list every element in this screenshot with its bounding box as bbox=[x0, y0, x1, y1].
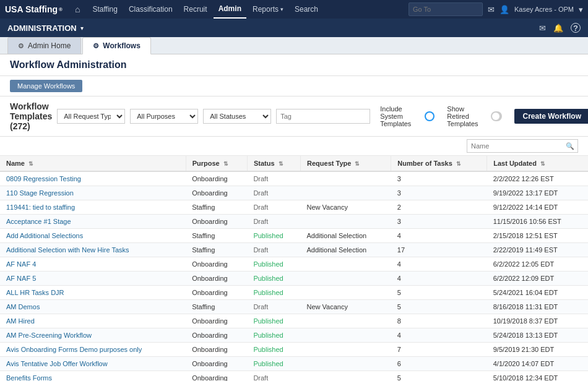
workflow-link[interactable]: 110 Stage Regression bbox=[6, 189, 74, 197]
tab-admin-home[interactable]: ⚙ Admin Home bbox=[7, 37, 81, 54]
workflow-link[interactable]: Benefits Forms bbox=[6, 374, 52, 381]
cell-name[interactable]: AM Demos bbox=[0, 300, 186, 314]
cell-name[interactable]: AF NAF 5 bbox=[0, 272, 186, 286]
cell-status: Draft bbox=[247, 171, 300, 186]
create-workflow-button[interactable]: Create Workflow bbox=[514, 109, 589, 124]
top-navigation: USA Staffing® ⌂ Staffing Classification … bbox=[0, 0, 588, 19]
workflow-link[interactable]: Additional Selection with New Hire Tasks bbox=[6, 246, 129, 254]
cell-name[interactable]: AF NAF 4 bbox=[0, 257, 186, 272]
help-icon[interactable]: ? bbox=[571, 23, 581, 33]
workflow-link[interactable]: ALL HR Tasks DJR bbox=[6, 289, 64, 296]
cell-last-updated: 2/2/2022 12:26 EST bbox=[487, 171, 588, 186]
cell-name[interactable]: AM Hired bbox=[0, 314, 186, 328]
tabs-row: ⚙ Admin Home ⚙ Workflows bbox=[0, 37, 588, 54]
table-row: AF NAF 5 Onboarding Published 4 6/2/2022… bbox=[0, 272, 588, 286]
workflow-link[interactable]: 0809 Regression Testing bbox=[6, 175, 81, 182]
col-purpose[interactable]: Purpose ⇅ bbox=[186, 156, 247, 171]
mail-icon[interactable]: ✉ bbox=[488, 5, 495, 14]
table-row: 119441: tied to staffing Staffing Draft … bbox=[0, 200, 588, 215]
include-system-toggle[interactable] bbox=[425, 111, 435, 121]
nav-recruit[interactable]: Recruit bbox=[179, 0, 212, 19]
cell-status: Published bbox=[247, 343, 300, 357]
col-name[interactable]: Name ⇅ bbox=[0, 156, 186, 171]
cell-request-type: Additional Selection bbox=[301, 243, 391, 257]
cell-purpose: Staffing bbox=[186, 229, 247, 243]
cell-name[interactable]: AM Pre-Screening Workflow bbox=[0, 328, 186, 343]
workflows-tab-icon: ⚙ bbox=[93, 42, 99, 50]
notification-icon[interactable]: 🔔 bbox=[553, 24, 563, 33]
cell-name[interactable]: Add Additional Selections bbox=[0, 229, 186, 243]
workflow-link[interactable]: AM Hired bbox=[6, 317, 35, 325]
workflow-link[interactable]: AM Demos bbox=[6, 303, 40, 310]
cell-name[interactable]: Additional Selection with New Hire Tasks bbox=[0, 243, 186, 257]
home-icon[interactable]: ⌂ bbox=[70, 4, 85, 14]
cell-num-tasks: 5 bbox=[391, 300, 487, 314]
cell-name[interactable]: Acceptance #1 Stage bbox=[0, 215, 186, 229]
table-row: AM Demos Staffing Draft New Vacancy 5 8/… bbox=[0, 300, 588, 314]
cell-request-type bbox=[301, 357, 391, 371]
cell-num-tasks: 2 bbox=[391, 200, 487, 215]
cell-name[interactable]: Benefits Forms bbox=[0, 371, 186, 382]
status-filter[interactable]: All Statuses bbox=[203, 109, 271, 124]
user-name[interactable]: Kasey Acres - OPM bbox=[514, 6, 574, 13]
cell-name[interactable]: Avis Tentative Job Offer Workflow bbox=[0, 357, 186, 371]
workflow-link[interactable]: AF NAF 4 bbox=[6, 260, 36, 268]
cell-num-tasks: 4 bbox=[391, 229, 487, 243]
cell-status: Published bbox=[247, 257, 300, 272]
workflow-link[interactable]: Acceptance #1 Stage bbox=[6, 218, 71, 225]
tab-workflows[interactable]: ⚙ Workflows bbox=[82, 37, 150, 54]
workflow-link[interactable]: AF NAF 5 bbox=[6, 275, 36, 282]
cell-purpose: Onboarding bbox=[186, 357, 247, 371]
manage-workflows-button[interactable]: Manage Workflows bbox=[10, 80, 82, 92]
cell-request-type bbox=[301, 371, 391, 382]
cell-name[interactable]: 110 Stage Regression bbox=[0, 186, 186, 200]
workflow-link[interactable]: AM Pre-Screening Workflow bbox=[6, 332, 92, 339]
include-system-label: Include System Templates bbox=[380, 105, 421, 127]
brand-superscript: ® bbox=[59, 7, 63, 12]
cell-num-tasks: 8 bbox=[391, 314, 487, 328]
table-row: AM Hired Onboarding Published 8 10/19/20… bbox=[0, 314, 588, 328]
nav-admin[interactable]: Admin bbox=[214, 0, 246, 19]
cell-request-type: Additional Selection bbox=[301, 229, 391, 243]
cell-name[interactable]: ALL HR Tasks DJR bbox=[0, 286, 186, 300]
nav-staffing[interactable]: Staffing bbox=[87, 0, 122, 19]
admin-dropdown-arrow[interactable]: ▾ bbox=[80, 25, 84, 32]
cell-num-tasks: 3 bbox=[391, 186, 487, 200]
cell-num-tasks: 4 bbox=[391, 257, 487, 272]
user-dropdown-icon[interactable]: ▾ bbox=[579, 5, 583, 14]
workflow-table: Name ⇅ Purpose ⇅ Status ⇅ Request Type ⇅… bbox=[0, 156, 588, 381]
cell-name[interactable]: 119441: tied to staffing bbox=[0, 200, 186, 215]
admin-home-tab-icon: ⚙ bbox=[18, 42, 24, 50]
request-type-filter[interactable]: All Request Types bbox=[57, 109, 125, 124]
nav-classification[interactable]: Classification bbox=[124, 0, 178, 19]
workflow-link[interactable]: Add Additional Selections bbox=[6, 232, 83, 239]
nav-reports[interactable]: Reports▾ bbox=[248, 0, 288, 19]
workflow-count-title: Workflow Templates (272) bbox=[10, 101, 52, 131]
cell-status: Published bbox=[247, 357, 300, 371]
cell-name[interactable]: 0809 Regression Testing bbox=[0, 171, 186, 186]
cell-last-updated: 11/15/2016 10:56 EST bbox=[487, 215, 588, 229]
goto-input[interactable] bbox=[409, 2, 483, 16]
workflow-link[interactable]: Avis Tentative Job Offer Workflow bbox=[6, 360, 108, 367]
purpose-filter[interactable]: All Purposes bbox=[130, 109, 198, 124]
cell-last-updated: 8/16/2018 11:31 EDT bbox=[487, 300, 588, 314]
mail-icon-sub[interactable]: ✉ bbox=[539, 24, 546, 33]
cell-status: Published bbox=[247, 314, 300, 328]
cell-last-updated: 5/24/2018 13:13 EDT bbox=[487, 328, 588, 343]
workflow-link[interactable]: Avis Onboarding Forms Demo purposes only bbox=[6, 346, 142, 353]
nav-search[interactable]: Search bbox=[290, 0, 323, 19]
admin-icons: ✉ 🔔 ? bbox=[539, 23, 581, 33]
col-status[interactable]: Status ⇅ bbox=[247, 156, 300, 171]
show-retired-toggle[interactable] bbox=[491, 111, 501, 121]
name-search-input[interactable] bbox=[467, 139, 578, 153]
table-row: AM Pre-Screening Workflow Onboarding Pub… bbox=[0, 328, 588, 343]
col-request-type[interactable]: Request Type ⇅ bbox=[301, 156, 391, 171]
col-num-tasks[interactable]: Number of Tasks ⇅ bbox=[391, 156, 487, 171]
col-last-updated[interactable]: Last Updated ⇅ bbox=[487, 156, 588, 171]
cell-status: Published bbox=[247, 328, 300, 343]
tag-input[interactable] bbox=[276, 109, 370, 124]
cell-purpose: Staffing bbox=[186, 300, 247, 314]
cell-name[interactable]: Avis Onboarding Forms Demo purposes only bbox=[0, 343, 186, 357]
workflow-link[interactable]: 119441: tied to staffing bbox=[6, 203, 75, 211]
cell-purpose: Onboarding bbox=[186, 272, 247, 286]
